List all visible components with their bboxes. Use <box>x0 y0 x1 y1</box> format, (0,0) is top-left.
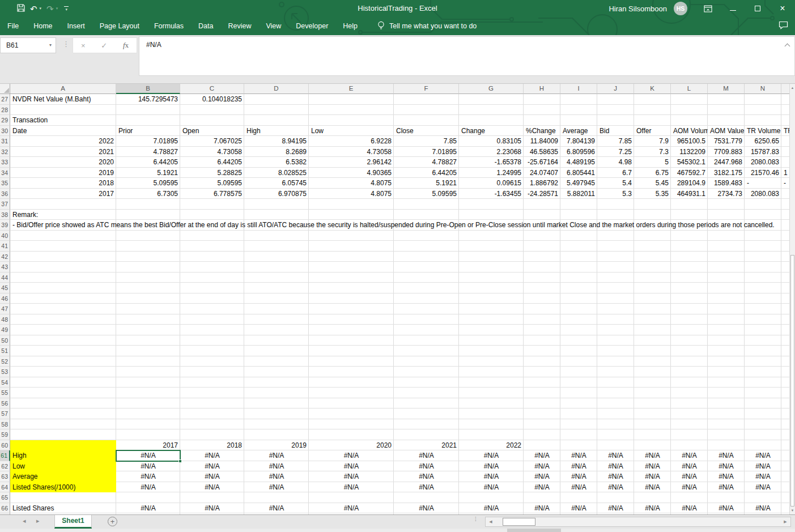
cell-K35[interactable]: 5.45 <box>634 178 671 189</box>
insert-function-icon[interactable]: fx <box>123 41 129 50</box>
row-header-47[interactable]: 47 <box>0 304 10 314</box>
cell-M36[interactable]: 2734.73 <box>708 189 745 199</box>
column-header-L[interactable]: L <box>671 84 708 94</box>
cell-K36[interactable]: 5.35 <box>634 189 671 199</box>
row-header-52[interactable]: 52 <box>0 356 10 367</box>
cell-E35[interactable]: 4.8075 <box>309 178 394 189</box>
cell-B31[interactable]: 7.01895 <box>116 136 180 147</box>
ribbon-tab-view[interactable]: View <box>258 17 288 35</box>
ribbon-tab-file[interactable]: File <box>0 17 26 35</box>
cell-I64[interactable]: #N/A <box>560 482 597 493</box>
row-header-43[interactable]: 43 <box>0 262 10 273</box>
cell-J62[interactable]: #N/A <box>597 461 634 472</box>
horizontal-scroll-thumb[interactable] <box>503 518 535 526</box>
cell-B32[interactable]: 4.78827 <box>116 147 180 158</box>
cell-H31[interactable]: 11.84009 <box>524 136 560 147</box>
cell-C62[interactable]: #N/A <box>180 461 244 472</box>
cell-E66[interactable]: #N/A <box>309 503 394 514</box>
cell-I30[interactable]: Average <box>560 126 597 137</box>
cell-F32[interactable]: 7.01895 <box>394 147 459 158</box>
horizontal-scrollbar[interactable]: ◀ ▶ <box>485 517 791 527</box>
ribbon-tab-data[interactable]: Data <box>191 17 220 35</box>
row-header-49[interactable]: 49 <box>0 325 10 335</box>
cell-I63[interactable]: #N/A <box>560 471 597 482</box>
row-header-41[interactable]: 41 <box>0 241 10 252</box>
cell-C35[interactable]: 5.09595 <box>180 178 244 189</box>
cell-J34[interactable]: 6.7 <box>597 168 634 178</box>
redo-icon[interactable]: ↷ <box>46 5 54 13</box>
save-icon[interactable] <box>17 4 25 13</box>
cell-F33[interactable]: 4.78827 <box>394 157 459 168</box>
cell-I33[interactable]: 4.489195 <box>560 157 597 168</box>
cell-G30[interactable]: Change <box>459 126 524 137</box>
cell-N32[interactable]: 15787.83 <box>745 147 781 158</box>
cell-A63[interactable]: Average <box>10 471 116 482</box>
cell-A35[interactable]: 2018 <box>10 178 116 189</box>
cell-E62[interactable]: #N/A <box>309 461 394 472</box>
row-header-61[interactable]: 61 <box>0 450 10 461</box>
cell-A61[interactable]: High <box>10 450 116 461</box>
cell-F61[interactable]: #N/A <box>394 450 459 461</box>
row-header-28[interactable]: 28 <box>0 105 10 116</box>
cell-I61[interactable]: #N/A <box>560 450 597 461</box>
cell-F34[interactable]: 6.44205 <box>394 168 459 178</box>
prev-sheet-icon[interactable]: ◂ <box>23 517 26 525</box>
cell-D66[interactable]: #N/A <box>244 503 309 514</box>
cell-D34[interactable]: 8.028525 <box>244 168 309 178</box>
cell-F35[interactable]: 5.1921 <box>394 178 459 189</box>
cell-L63[interactable]: #N/A <box>671 471 708 482</box>
cell-N34[interactable]: 21570.46 <box>745 168 781 178</box>
cell-E34[interactable]: 4.90365 <box>309 168 394 178</box>
scroll-right-icon[interactable]: ▶ <box>780 518 790 526</box>
row-header-42[interactable]: 42 <box>0 252 10 262</box>
cell-M30[interactable]: AOM Value <box>708 126 745 137</box>
column-header-D[interactable]: D <box>244 84 309 94</box>
cell-G36[interactable]: -1.63455 <box>459 189 524 199</box>
cell-N31[interactable]: 6250.65 <box>745 136 781 147</box>
undo-icon[interactable]: ↶ <box>30 5 37 13</box>
column-header-N[interactable]: N <box>745 84 781 94</box>
row-header-64[interactable]: 64 <box>0 482 10 493</box>
vertical-scrollbar[interactable]: ▲ ▼ <box>789 84 795 514</box>
maximize-button[interactable] <box>745 0 770 17</box>
column-header-C[interactable]: C <box>180 84 244 94</box>
ribbon-tab-formulas[interactable]: Formulas <box>147 17 191 35</box>
ribbon-tab-page-layout[interactable]: Page Layout <box>92 17 147 35</box>
cell-F63[interactable]: #N/A <box>394 471 459 482</box>
cell-G34[interactable]: 1.24995 <box>459 168 524 178</box>
cell-I31[interactable]: 7.804139 <box>560 136 597 147</box>
row-header-45[interactable]: 45 <box>0 283 10 293</box>
customize-qat-icon[interactable]: ▾ <box>64 6 69 11</box>
cell-G64[interactable]: #N/A <box>459 482 524 493</box>
comments-icon[interactable] <box>779 21 795 32</box>
cell-D61[interactable]: #N/A <box>244 450 309 461</box>
cell-M31[interactable]: 7531.779 <box>708 136 745 147</box>
row-header-62[interactable]: 62 <box>0 461 10 472</box>
cell-G60[interactable]: 2022 <box>459 440 524 451</box>
cell-I36[interactable]: 5.882011 <box>560 189 597 199</box>
ribbon-tab-help[interactable]: Help <box>335 17 365 35</box>
cell-J66[interactable]: #N/A <box>597 503 634 514</box>
cell-A27[interactable]: NVDR Net Value (M.Baht) <box>10 94 116 105</box>
cell-G32[interactable]: 2.23068 <box>459 147 524 158</box>
name-box-dropdown-icon[interactable]: ▾ <box>49 38 52 53</box>
cell-A33[interactable]: 2020 <box>10 157 116 168</box>
cell-L66[interactable]: #N/A <box>671 503 708 514</box>
column-header-H[interactable]: H <box>524 84 560 94</box>
cell-A32[interactable]: 2021 <box>10 147 116 158</box>
cell-C66[interactable]: #N/A <box>180 503 244 514</box>
scroll-left-icon[interactable]: ◀ <box>486 518 496 526</box>
cell-G62[interactable]: #N/A <box>459 461 524 472</box>
row-header-38[interactable]: 38 <box>0 210 10 220</box>
cell-L34[interactable]: 467592.7 <box>671 168 708 178</box>
cell-K33[interactable]: 5 <box>634 157 671 168</box>
cell-E64[interactable]: #N/A <box>309 482 394 493</box>
cell-A29[interactable]: Transaction <box>10 115 48 126</box>
cell-L33[interactable]: 545302.1 <box>671 157 708 168</box>
cell-E36[interactable]: 4.8075 <box>309 189 394 199</box>
cell-C64[interactable]: #N/A <box>180 482 244 493</box>
cell-K34[interactable]: 6.75 <box>634 168 671 178</box>
cell-B34[interactable]: 5.1921 <box>116 168 180 178</box>
cell-L30[interactable]: AOM Volume <box>671 126 708 137</box>
cell-A60[interactable] <box>10 440 116 451</box>
